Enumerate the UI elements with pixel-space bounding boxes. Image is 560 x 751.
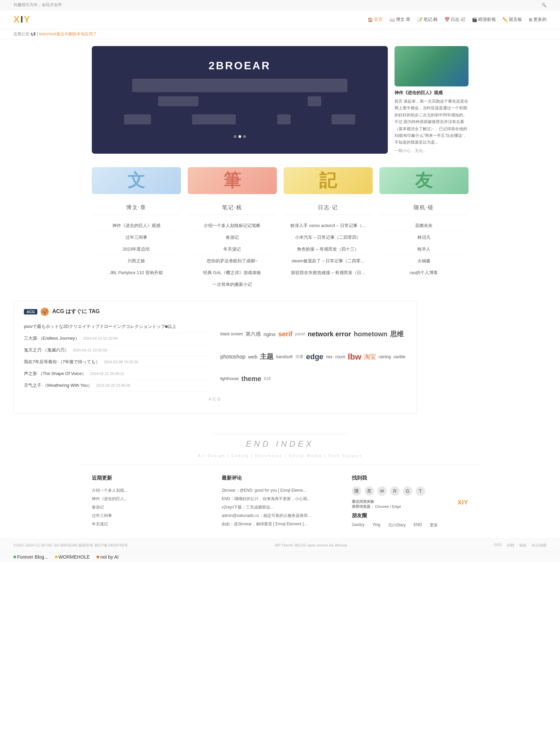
- hero-slider: 2BROEAR: [92, 46, 388, 154]
- post-item[interactable]: 介绍一个多人划线标记记笔帐: [188, 220, 277, 232]
- tag-black-screen[interactable]: black screen: [220, 331, 243, 336]
- post-item[interactable]: rao的个人博客: [379, 267, 468, 279]
- acg-list-item[interactable]: 鬼灭之刃·（鬼滅の刃） 2024-03-21 22:05:59: [24, 344, 210, 356]
- cat-card-ji[interactable]: 記: [283, 167, 373, 194]
- nav-item-notes[interactable]: 📝 笔记·栈: [417, 17, 438, 22]
- hero-placeholder-3: [308, 96, 321, 106]
- tag-nex[interactable]: nex: [326, 354, 332, 359]
- twitter-icon[interactable]: T: [416, 486, 425, 496]
- friend-link-4[interactable]: END: [414, 522, 422, 528]
- post-item[interactable]: 年关漫记: [188, 243, 277, 255]
- logo[interactable]: XIY: [14, 14, 31, 25]
- tag-photoshop[interactable]: photoshop: [220, 354, 245, 360]
- footer-update-item[interactable]: 过年三闲事: [92, 511, 208, 520]
- footer-update-item[interactable]: 神作《进击的巨人...: [92, 495, 208, 503]
- notice-link[interactable]: leancloud最近作删除本地应用了: [39, 32, 97, 36]
- tag-bandisoft[interactable]: bandisoft: [276, 354, 293, 359]
- wormhole-badge[interactable]: WORMEHOLE: [55, 554, 90, 560]
- tag-618[interactable]: 618: [264, 376, 271, 381]
- acg-list-item[interactable]: pixivで最もホットな2Dクリエイティブドローイングコレクショントップ■以上: [24, 321, 210, 332]
- nav-item-diary[interactable]: 📅 日志·记: [444, 17, 465, 22]
- post-item[interactable]: 神作《进击的巨人》观感: [92, 220, 181, 232]
- tag-edge[interactable]: edge: [306, 352, 323, 361]
- nav-item-home[interactable]: 🏠 首页: [367, 17, 383, 22]
- tag-sixth-sense[interactable]: 第六感: [245, 331, 261, 337]
- acg-list-item[interactable]: 天气之子·（Weathering With You） 2024-02-20 23…: [24, 380, 210, 391]
- tag-hometown[interactable]: hometown: [354, 330, 387, 338]
- footer-link-archive[interactable]: 归档: [507, 543, 514, 548]
- friend-link-2[interactable]: Ying: [372, 522, 380, 528]
- nav-item-more[interactable]: ⊞ 更多的: [529, 17, 546, 22]
- footer-link-alone[interactable]: 独处: [519, 543, 527, 548]
- post-item[interactable]: JBL Partybox 110 音响开箱: [92, 267, 181, 279]
- footer-comment-item[interactable]: v2rayn下载：三充油腊密远...: [222, 503, 338, 511]
- tag-count[interactable]: count: [335, 354, 345, 359]
- friend-link-3[interactable]: 元のDiary: [388, 522, 406, 528]
- acg-list-item[interactable]: 声之形·（The Shape Of Voice） 2024-02-22 00:0…: [24, 368, 210, 380]
- post-item[interactable]: 川西之旅: [92, 255, 181, 267]
- footer-comment-item[interactable]: admin@sakuraidc.cc：稳定可靠的云服务器推荐...: [222, 511, 338, 520]
- hero-dot-3[interactable]: [243, 135, 246, 138]
- github-icon[interactable]: G: [403, 486, 412, 496]
- footer-update-item[interactable]: 介绍一个多人划线...: [92, 486, 208, 495]
- tag-thinking[interactable]: 思维: [390, 330, 404, 339]
- tag-raining[interactable]: raining: [379, 354, 391, 359]
- sidebar-post-title[interactable]: 神作《进击的巨人》观感: [395, 90, 468, 96]
- footer-link-rss[interactable]: RSS: [494, 543, 502, 548]
- tag-lbw[interactable]: lbw: [348, 352, 361, 362]
- post-item[interactable]: 校泽入手 osmo action3 – 日常记事（...: [283, 220, 373, 232]
- acg-list-item[interactable]: 我在7年后等着你·（7年後で待っても） 2024-03-08 15:15:36: [24, 356, 210, 368]
- post-item[interactable]: 2023年度总结: [92, 243, 181, 255]
- footer-comment-item[interactable]: 由由：@2broear，御得善宽 [ Emoji Element ]...: [222, 520, 338, 528]
- nav-item-movies[interactable]: 🎬 瞎游影视: [472, 17, 496, 22]
- nav-item-blog[interactable]: 📖 博文·章: [389, 17, 410, 22]
- post-item[interactable]: 牧羊人: [379, 243, 468, 255]
- tag-theme2[interactable]: theme: [241, 375, 261, 383]
- footer-update-item[interactable]: 春游记: [92, 503, 208, 511]
- tag-taobao[interactable]: 淘宝: [364, 353, 376, 361]
- forever-blog-badge[interactable]: Forever Blog...: [14, 554, 48, 560]
- tag-panel[interactable]: panel: [295, 331, 305, 336]
- post-item[interactable]: 火锅酱: [379, 255, 468, 267]
- post-item[interactable]: 过年三闲事: [92, 232, 181, 243]
- nav-item-guestbook[interactable]: ✏️ 留言板: [502, 17, 522, 22]
- footer-link-sitemap[interactable]: 站点地图: [532, 543, 546, 548]
- post-item[interactable]: steam被退款了 – 日常记事（二四零...: [283, 255, 373, 267]
- acg-list-item[interactable]: 三大源·（Endless Journey） 2024-04-24 01:20:0…: [24, 332, 210, 344]
- wechat-icon[interactable]: 友: [365, 486, 374, 496]
- footer-update-item[interactable]: 年关漫记: [92, 520, 208, 528]
- post-item[interactable]: 春游记: [188, 232, 277, 243]
- footer-comment-item[interactable]: END：哦哦好的让计，你来海再不更新，小心我...: [222, 495, 338, 503]
- cat-card-you[interactable]: 友: [379, 167, 468, 194]
- cat-card-bi[interactable]: 筆: [188, 167, 277, 194]
- tag-network-error[interactable]: network error: [308, 330, 351, 338]
- post-item[interactable]: 一次简单的搬家小记: [188, 279, 277, 290]
- footer-comment-item[interactable]: 2broear：@END: good for you [ Emoji Eleme…: [222, 486, 338, 495]
- post-item[interactable]: 花燃未灰: [379, 220, 468, 232]
- post-item[interactable]: 想你的罗达准航到了成都~: [188, 255, 277, 267]
- tag-theme[interactable]: 主题: [260, 352, 274, 361]
- tag-self-build[interactable]: 自建: [295, 354, 303, 360]
- friend-link-more[interactable]: 更多: [430, 522, 438, 528]
- email-icon[interactable]: ✉: [377, 486, 387, 496]
- post-item[interactable]: 小米汽车 – 日常记事（二四零四）: [283, 232, 373, 243]
- cat-char-you: 友: [415, 169, 433, 192]
- hero-dot-2[interactable]: [238, 135, 241, 138]
- weibo-icon[interactable]: 微: [352, 486, 361, 496]
- tag-lighthouse[interactable]: lighthouse: [220, 376, 239, 381]
- cat-card-wen[interactable]: 文: [92, 167, 181, 194]
- tag-varible[interactable]: varible: [394, 354, 405, 359]
- search-icon[interactable]: 🔍: [541, 3, 546, 7]
- rss-icon[interactable]: R: [390, 486, 400, 496]
- not-ai-badge[interactable]: not by AI: [97, 554, 118, 560]
- post-col-title-random: 随机·链: [379, 204, 468, 215]
- post-item[interactable]: 角色扮接 – 有感而发（四十三）: [283, 243, 373, 255]
- post-item[interactable]: 经典 GAL《樱之诗》游戏体验: [188, 267, 277, 279]
- tag-serif[interactable]: serif: [278, 330, 292, 338]
- hero-dot-1[interactable]: [234, 135, 237, 138]
- tag-web[interactable]: web: [248, 354, 258, 360]
- post-item[interactable]: 留驻部在失救危难接 – 有感而发（日...: [283, 267, 373, 279]
- post-item[interactable]: 林沼凡: [379, 232, 468, 243]
- friend-link-1[interactable]: 2sedzy: [352, 522, 365, 528]
- tag-nginx[interactable]: nginx: [263, 331, 276, 337]
